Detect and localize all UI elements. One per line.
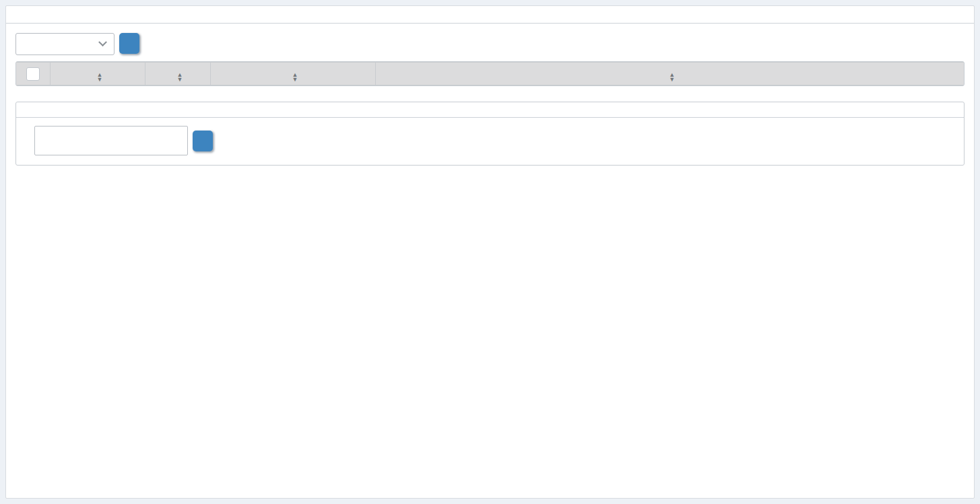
delete-jobs-title [16,102,964,118]
table-header-row: ▲▼ ▲▼ ▲▼ ▲▼ [16,63,964,85]
show-columns-dropdown[interactable] [15,33,115,55]
toolbar [6,24,974,61]
sort-icon: ▲▼ [177,73,183,82]
chevron-down-icon [98,38,107,46]
column-header-id[interactable]: ▲▼ [145,63,210,85]
delete-jobs-panel [15,102,965,166]
column-header-fertigstellung[interactable]: ▲▼ [210,63,375,85]
jobs-table: ▲▼ ▲▼ ▲▼ ▲▼ [16,62,964,85]
sort-icon: ▲▼ [292,73,298,82]
search-summary [6,6,974,24]
sort-icon: ▲▼ [97,73,103,82]
column-header-status[interactable]: ▲▼ [50,63,145,85]
main-container: ▲▼ ▲▼ ▲▼ ▲▼ [5,5,975,499]
comment-input[interactable] [34,126,188,155]
select-all-header [16,63,50,85]
sort-icon: ▲▼ [669,73,675,82]
column-header-job-beschreibung[interactable]: ▲▼ [375,63,964,85]
jobs-table-panel: ▲▼ ▲▼ ▲▼ ▲▼ [15,61,965,86]
delete-found-jobs-button[interactable] [193,131,213,151]
select-all-checkbox[interactable] [26,67,40,81]
reset-configuration-button[interactable] [119,33,139,54]
